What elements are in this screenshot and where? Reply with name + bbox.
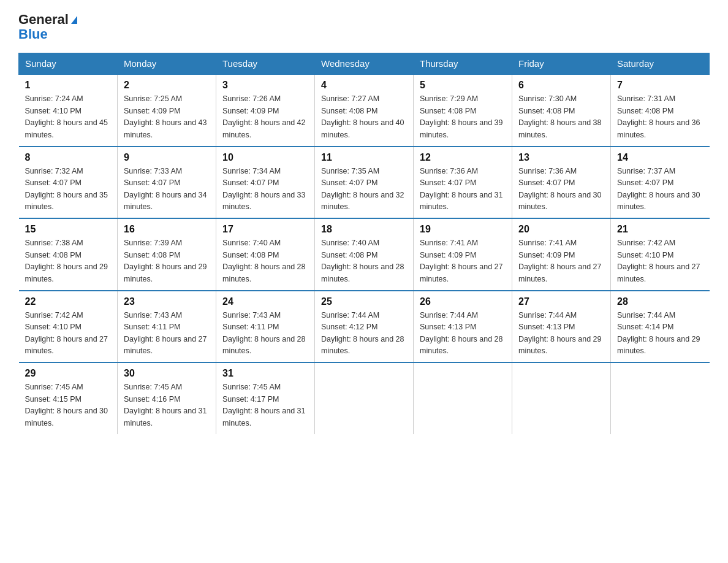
calendar-cell: 9 Sunrise: 7:33 AM Sunset: 4:07 PM Dayli… — [118, 147, 216, 219]
day-number: 1 — [25, 80, 112, 91]
calendar-cell: 17 Sunrise: 7:40 AM Sunset: 4:08 PM Dayl… — [216, 218, 315, 291]
day-number: 9 — [124, 152, 210, 163]
calendar-cell: 25 Sunrise: 7:44 AM Sunset: 4:12 PM Dayl… — [315, 291, 414, 363]
calendar-cell: 1 Sunrise: 7:24 AM Sunset: 4:10 PM Dayli… — [19, 74, 118, 147]
calendar-cell: 4 Sunrise: 7:27 AM Sunset: 4:08 PM Dayli… — [315, 74, 414, 147]
day-number: 24 — [222, 296, 308, 307]
calendar-cell: 27 Sunrise: 7:44 AM Sunset: 4:13 PM Dayl… — [512, 291, 611, 363]
calendar-cell: 8 Sunrise: 7:32 AM Sunset: 4:07 PM Dayli… — [19, 147, 118, 219]
day-info: Sunrise: 7:32 AM Sunset: 4:07 PM Dayligh… — [25, 166, 112, 213]
day-number: 3 — [222, 80, 308, 91]
day-info: Sunrise: 7:41 AM Sunset: 4:09 PM Dayligh… — [518, 237, 604, 285]
day-info: Sunrise: 7:45 AM Sunset: 4:17 PM Dayligh… — [222, 381, 308, 429]
calendar-cell: 2 Sunrise: 7:25 AM Sunset: 4:09 PM Dayli… — [118, 74, 216, 147]
day-info: Sunrise: 7:27 AM Sunset: 4:08 PM Dayligh… — [321, 93, 407, 141]
day-number: 4 — [321, 80, 407, 91]
calendar-cell — [611, 362, 710, 434]
calendar-cell: 6 Sunrise: 7:30 AM Sunset: 4:08 PM Dayli… — [512, 74, 611, 147]
day-number: 2 — [124, 80, 210, 91]
logo: General Blue — [18, 12, 77, 42]
calendar-week-row: 29 Sunrise: 7:45 AM Sunset: 4:15 PM Dayl… — [19, 362, 710, 434]
day-number: 13 — [518, 152, 604, 163]
day-number: 27 — [518, 296, 604, 307]
logo-blue: Blue — [18, 27, 48, 42]
calendar-cell: 26 Sunrise: 7:44 AM Sunset: 4:13 PM Dayl… — [414, 291, 512, 363]
weekday-header-sunday: Sunday — [19, 53, 118, 75]
calendar-cell: 5 Sunrise: 7:29 AM Sunset: 4:08 PM Dayli… — [414, 74, 512, 147]
day-number: 30 — [124, 368, 210, 379]
calendar-cell: 15 Sunrise: 7:38 AM Sunset: 4:08 PM Dayl… — [19, 218, 118, 291]
calendar-cell: 24 Sunrise: 7:43 AM Sunset: 4:11 PM Dayl… — [216, 291, 315, 363]
calendar-cell: 13 Sunrise: 7:36 AM Sunset: 4:07 PM Dayl… — [512, 147, 611, 219]
calendar-cell: 22 Sunrise: 7:42 AM Sunset: 4:10 PM Dayl… — [19, 291, 118, 363]
calendar-cell: 16 Sunrise: 7:39 AM Sunset: 4:08 PM Dayl… — [118, 218, 216, 291]
day-info: Sunrise: 7:44 AM Sunset: 4:12 PM Dayligh… — [321, 310, 407, 358]
weekday-header-row: SundayMondayTuesdayWednesdayThursdayFrid… — [19, 53, 710, 75]
calendar-cell: 12 Sunrise: 7:36 AM Sunset: 4:07 PM Dayl… — [414, 147, 512, 219]
day-number: 6 — [518, 80, 604, 91]
day-info: Sunrise: 7:25 AM Sunset: 4:09 PM Dayligh… — [124, 93, 210, 141]
day-number: 21 — [617, 224, 703, 235]
day-number: 28 — [617, 296, 703, 307]
day-info: Sunrise: 7:44 AM Sunset: 4:14 PM Dayligh… — [617, 310, 703, 358]
day-info: Sunrise: 7:36 AM Sunset: 4:07 PM Dayligh… — [420, 166, 506, 213]
day-number: 16 — [124, 224, 210, 235]
calendar-cell: 14 Sunrise: 7:37 AM Sunset: 4:07 PM Dayl… — [611, 147, 710, 219]
calendar-cell: 21 Sunrise: 7:42 AM Sunset: 4:10 PM Dayl… — [611, 218, 710, 291]
day-info: Sunrise: 7:39 AM Sunset: 4:08 PM Dayligh… — [124, 237, 210, 285]
calendar-cell: 20 Sunrise: 7:41 AM Sunset: 4:09 PM Dayl… — [512, 218, 611, 291]
calendar-cell: 30 Sunrise: 7:45 AM Sunset: 4:16 PM Dayl… — [118, 362, 216, 434]
calendar-cell: 18 Sunrise: 7:40 AM Sunset: 4:08 PM Dayl… — [315, 218, 414, 291]
day-info: Sunrise: 7:35 AM Sunset: 4:07 PM Dayligh… — [321, 166, 407, 213]
calendar-cell: 29 Sunrise: 7:45 AM Sunset: 4:15 PM Dayl… — [19, 362, 118, 434]
day-info: Sunrise: 7:41 AM Sunset: 4:09 PM Dayligh… — [420, 237, 506, 285]
day-info: Sunrise: 7:43 AM Sunset: 4:11 PM Dayligh… — [222, 310, 308, 358]
day-number: 17 — [222, 224, 308, 235]
day-number: 25 — [321, 296, 407, 307]
day-number: 10 — [222, 152, 308, 163]
day-number: 14 — [617, 152, 703, 163]
day-info: Sunrise: 7:26 AM Sunset: 4:09 PM Dayligh… — [222, 93, 308, 141]
weekday-header-saturday: Saturday — [611, 53, 710, 75]
day-info: Sunrise: 7:45 AM Sunset: 4:16 PM Dayligh… — [124, 381, 210, 429]
day-info: Sunrise: 7:44 AM Sunset: 4:13 PM Dayligh… — [420, 310, 506, 358]
day-number: 12 — [420, 152, 506, 163]
day-number: 15 — [25, 224, 112, 235]
logo-triangle-icon — [71, 16, 77, 24]
calendar-cell: 10 Sunrise: 7:34 AM Sunset: 4:07 PM Dayl… — [216, 147, 315, 219]
day-info: Sunrise: 7:44 AM Sunset: 4:13 PM Dayligh… — [518, 310, 604, 358]
calendar-table: SundayMondayTuesdayWednesdayThursdayFrid… — [18, 53, 710, 434]
logo-general: General — [18, 12, 69, 27]
day-info: Sunrise: 7:38 AM Sunset: 4:08 PM Dayligh… — [25, 237, 112, 285]
calendar-cell — [315, 362, 414, 434]
day-number: 11 — [321, 152, 407, 163]
calendar-cell — [414, 362, 512, 434]
calendar-week-row: 8 Sunrise: 7:32 AM Sunset: 4:07 PM Dayli… — [19, 147, 710, 219]
calendar-week-row: 1 Sunrise: 7:24 AM Sunset: 4:10 PM Dayli… — [19, 74, 710, 147]
calendar-cell: 19 Sunrise: 7:41 AM Sunset: 4:09 PM Dayl… — [414, 218, 512, 291]
day-info: Sunrise: 7:45 AM Sunset: 4:15 PM Dayligh… — [25, 381, 112, 429]
weekday-header-wednesday: Wednesday — [315, 53, 414, 75]
day-info: Sunrise: 7:36 AM Sunset: 4:07 PM Dayligh… — [518, 166, 604, 213]
day-info: Sunrise: 7:33 AM Sunset: 4:07 PM Dayligh… — [124, 166, 210, 213]
day-info: Sunrise: 7:37 AM Sunset: 4:07 PM Dayligh… — [617, 166, 703, 213]
day-number: 5 — [420, 80, 506, 91]
day-info: Sunrise: 7:40 AM Sunset: 4:08 PM Dayligh… — [222, 237, 308, 285]
calendar-cell: 3 Sunrise: 7:26 AM Sunset: 4:09 PM Dayli… — [216, 74, 315, 147]
day-number: 8 — [25, 152, 112, 163]
day-number: 31 — [222, 368, 308, 379]
day-info: Sunrise: 7:24 AM Sunset: 4:10 PM Dayligh… — [25, 93, 112, 141]
day-info: Sunrise: 7:42 AM Sunset: 4:10 PM Dayligh… — [25, 310, 112, 358]
day-info: Sunrise: 7:30 AM Sunset: 4:08 PM Dayligh… — [518, 93, 604, 141]
page-header: General Blue — [18, 12, 710, 42]
day-info: Sunrise: 7:42 AM Sunset: 4:10 PM Dayligh… — [617, 237, 703, 285]
calendar-cell: 31 Sunrise: 7:45 AM Sunset: 4:17 PM Dayl… — [216, 362, 315, 434]
calendar-cell: 28 Sunrise: 7:44 AM Sunset: 4:14 PM Dayl… — [611, 291, 710, 363]
weekday-header-friday: Friday — [512, 53, 611, 75]
calendar-week-row: 22 Sunrise: 7:42 AM Sunset: 4:10 PM Dayl… — [19, 291, 710, 363]
day-info: Sunrise: 7:31 AM Sunset: 4:08 PM Dayligh… — [617, 93, 703, 141]
day-number: 19 — [420, 224, 506, 235]
day-info: Sunrise: 7:29 AM Sunset: 4:08 PM Dayligh… — [420, 93, 506, 141]
day-number: 20 — [518, 224, 604, 235]
day-number: 22 — [25, 296, 112, 307]
